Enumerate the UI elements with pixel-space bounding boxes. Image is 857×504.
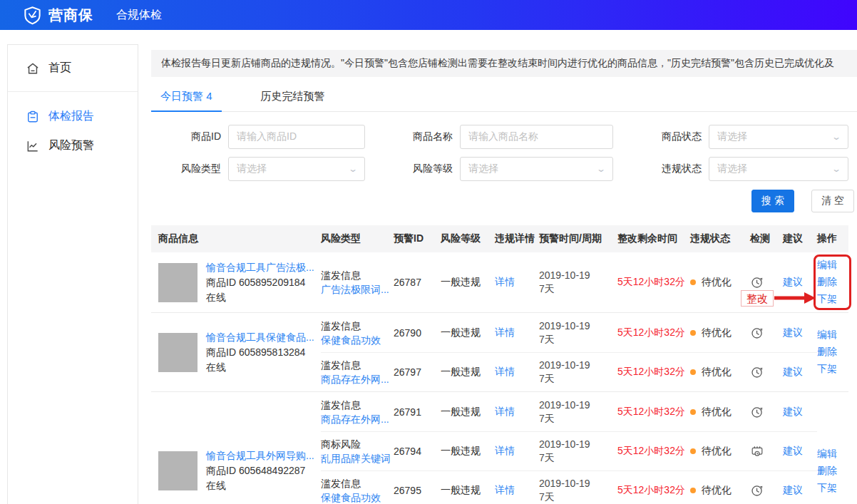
column-header: 建议 [783, 232, 817, 245]
product-image [158, 333, 197, 372]
suggest-link[interactable]: 建议 [783, 366, 817, 379]
tab-bar: 今日预警 4历史完结预警 [151, 87, 857, 112]
takedown-action[interactable]: 下架 [817, 293, 848, 306]
product-title-link[interactable]: 愉音合规工具外网导购... [206, 448, 314, 463]
brand-name: 营商保 [48, 6, 93, 25]
column-header: 风险等级 [441, 232, 495, 245]
table-row: 滥发信息保健食品功效26790一般违规详情2019-10-197天5天12小时3… [321, 313, 817, 352]
filter-label: 违规状态 [613, 163, 709, 175]
column-header: 操作 [817, 232, 848, 245]
suggest-link[interactable]: 建议 [783, 276, 817, 289]
product-id: 商品ID 605895209184 [206, 275, 314, 290]
warning-id-cell: 26794 [394, 446, 441, 457]
chevron-down-icon: ⌄ [831, 132, 841, 142]
risk-name-link[interactable]: 乱用品牌关键词 [321, 451, 394, 466]
column-header: 预警时间/周期 [539, 232, 617, 245]
row-actions: 编辑删除下架 [817, 392, 848, 504]
status-dot [690, 279, 696, 285]
product-image [158, 263, 197, 302]
suggest-link[interactable]: 建议 [783, 326, 817, 339]
product-title-link[interactable]: 愉音合规工具保健食品... [206, 330, 314, 345]
risk-type-cell: 商标风险乱用品牌关键词 [321, 437, 394, 466]
risk-level-cell: 一般违规 [441, 445, 495, 458]
warning-id-cell: 26791 [394, 406, 441, 418]
detail-link[interactable]: 详情 [495, 276, 539, 289]
risk-level-cell: 一般违规 [441, 484, 495, 497]
sidebar-item-risk[interactable]: 风险预警 [8, 138, 138, 153]
delete-action[interactable]: 删除 [817, 276, 848, 289]
filter-label: 风险类型 [151, 163, 228, 175]
annotation-label: 整改 [741, 290, 774, 307]
product-title-link[interactable]: 愉音合规工具广告法极... [206, 260, 314, 275]
risk-chart-icon [26, 139, 40, 153]
suggest-link[interactable]: 建议 [783, 406, 817, 418]
edit-action[interactable]: 编辑 [817, 448, 848, 461]
filter-select[interactable]: 请选择⌄ [709, 157, 848, 181]
status-text: 待优化 [702, 366, 732, 379]
clear-button[interactable]: 清 空 [811, 190, 854, 212]
takedown-action[interactable]: 下架 [817, 363, 848, 376]
column-header: 商品信息 [151, 232, 321, 245]
table-row: 滥发信息商品存在外网...26791一般违规详情2019-10-197天5天12… [321, 392, 817, 431]
detail-link[interactable]: 详情 [495, 326, 539, 339]
filter-label: 风险等级 [365, 163, 460, 175]
search-button[interactable]: 搜 索 [751, 190, 794, 212]
takedown-action[interactable]: 下架 [817, 482, 848, 495]
remaining-time-cell: 5天12小时32分 [617, 445, 690, 458]
edit-action[interactable]: 编辑 [817, 259, 848, 272]
detect-clock-icon[interactable] [750, 365, 783, 379]
detect-clock-icon[interactable] [750, 483, 783, 498]
status-dot [690, 330, 696, 336]
product-image [158, 451, 197, 490]
suggest-link[interactable]: 建议 [783, 484, 817, 497]
warning-table: 商品信息风险类型预警ID风险等级违规详情预警时间/周期整改剩余时间违规状态检测建… [151, 225, 848, 504]
filter-select[interactable]: 请选择⌄ [460, 157, 613, 181]
filter-select[interactable]: 请选择⌄ [228, 157, 365, 181]
detail-link[interactable]: 详情 [495, 484, 539, 497]
tab-history-warnings[interactable]: 历史完结预警 [252, 87, 334, 111]
violation-status-cell: 待优化 [690, 484, 750, 497]
detail-link[interactable]: 详情 [495, 406, 539, 418]
detail-link[interactable]: 详情 [495, 445, 539, 458]
risk-level-cell: 一般违规 [441, 406, 495, 418]
warning-cycle: 7天 [539, 372, 617, 386]
product-id: 商品ID 605648492287 [206, 463, 314, 478]
warning-id-cell: 26797 [394, 366, 441, 378]
product-info: 愉音合规工具外网导购...商品ID 605648492287在线 [206, 448, 314, 493]
delete-action[interactable]: 删除 [817, 465, 848, 478]
risk-name-link[interactable]: 商品存在外网... [321, 412, 394, 426]
warning-time-cell: 2019-10-197天 [539, 398, 617, 426]
sidebar-item-report[interactable]: 体检报告 [8, 109, 138, 124]
violation-status-cell: 待优化 [690, 326, 750, 339]
warning-time-cell: 2019-10-197天 [539, 438, 617, 465]
risk-name-link[interactable]: 商品存在外网... [321, 372, 394, 386]
edit-action[interactable]: 编辑 [817, 329, 848, 341]
column-header: 违规状态 [690, 232, 750, 245]
filter-input[interactable]: 请输入商品ID [228, 125, 365, 149]
filter-input[interactable]: 请输入商品名称 [460, 125, 613, 149]
filter-select[interactable]: 请选择⌄ [709, 125, 848, 149]
risk-level-cell: 一般违规 [441, 326, 495, 339]
sidebar-item-label: 体检报告 [48, 109, 94, 124]
warning-cycle: 7天 [539, 451, 617, 465]
detail-link[interactable]: 详情 [495, 366, 539, 379]
sidebar-item-label: 风险预警 [48, 138, 94, 153]
notice-banner: 体检报告每日更新店铺商品的违规情况。"今日预警"包含您店铺检测出需要在整改结束时… [151, 50, 857, 77]
risk-name-link[interactable]: 保健食品功效 [321, 490, 394, 504]
risk-name-link[interactable]: 广告法极限词... [321, 282, 394, 297]
sidebar-item-home[interactable]: 首页 [8, 45, 138, 92]
product-cell: 愉音合规工具保健食品...商品ID 605895813284在线 [151, 313, 321, 391]
detect-clock-icon[interactable] [750, 275, 783, 289]
suggest-link[interactable]: 建议 [783, 445, 817, 458]
tab-today-warnings[interactable]: 今日预警 4 [151, 87, 222, 111]
placeholder-text: 请选择 [717, 163, 747, 175]
risk-name-link[interactable]: 保健食品功效 [321, 333, 394, 347]
detect-clock-icon[interactable] [750, 405, 783, 419]
delete-action[interactable]: 删除 [817, 346, 848, 359]
column-header: 检测 [750, 232, 783, 245]
warning-time-cell: 2019-10-197天 [539, 477, 617, 504]
placeholder-text: 请选择 [717, 130, 747, 143]
remaining-time-cell: 5天12小时32分 [617, 366, 690, 379]
detect-calendar-clock-icon[interactable] [750, 444, 783, 458]
detect-clock-icon[interactable] [750, 326, 783, 340]
